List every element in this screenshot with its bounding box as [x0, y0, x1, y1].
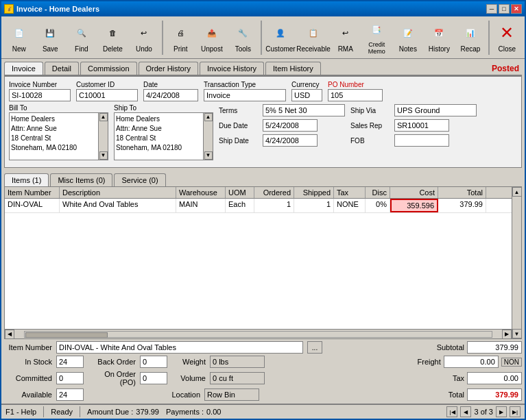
window-close-button[interactable]: ✕: [511, 4, 522, 14]
hscroll-right-arrow[interactable]: ▶: [502, 330, 512, 339]
total-summary-row: Total: [427, 388, 522, 401]
vscroll-up-arrow[interactable]: ▲: [512, 187, 522, 197]
ship-to-box[interactable]: Home DealersAttn: Anne Sue18 Central StS…: [114, 112, 213, 160]
customer-button[interactable]: 👤 Customer: [265, 18, 296, 57]
cell-warehouse: MAIN: [176, 199, 226, 212]
hscroll-track[interactable]: [24, 331, 492, 338]
po-number-input[interactable]: [328, 89, 383, 101]
inner-tab-service[interactable]: Service (0): [114, 173, 165, 186]
ship-to-scroll-down[interactable]: ▼: [204, 151, 213, 160]
bill-to-scroll-down[interactable]: ▼: [99, 151, 108, 160]
volume-label: Volume: [171, 374, 206, 382]
tab-invoice[interactable]: Invoice: [4, 62, 43, 75]
col-header-total: Total: [438, 187, 486, 198]
tax-summary-row: Tax: [427, 372, 522, 384]
notes-label: Notes: [399, 45, 417, 53]
inner-tab-misc[interactable]: Misc Items (0): [50, 173, 112, 186]
nav-prev-button[interactable]: ◀: [460, 406, 471, 417]
nav-last-button[interactable]: ▶|: [510, 406, 521, 417]
hscroll-left-arrow[interactable]: ◀: [5, 330, 14, 339]
maximize-button[interactable]: □: [499, 4, 510, 14]
receivable-button[interactable]: 📋 Receivable: [298, 18, 329, 57]
bill-to-box[interactable]: Home DealersAttn: Anne Sue18 Central StS…: [9, 112, 108, 160]
grid-panel: Item Number Description Warehouse UOM Or…: [4, 186, 522, 339]
cell-cost[interactable]: 359.596: [390, 199, 438, 212]
tab-commission[interactable]: Commission: [80, 62, 137, 75]
minimize-button[interactable]: ─: [486, 4, 497, 14]
in-stock-input[interactable]: [56, 356, 84, 368]
col-header-warehouse: Warehouse: [176, 187, 226, 198]
item-number-browse-button[interactable]: ...: [307, 341, 322, 354]
new-button[interactable]: 📄 New: [4, 18, 34, 57]
committed-input[interactable]: [56, 372, 84, 384]
payments-section: Payments : 0.00: [166, 408, 221, 416]
tab-order-history[interactable]: Order History: [139, 62, 198, 75]
save-icon: 💾: [39, 22, 61, 44]
back-order-input[interactable]: [140, 356, 167, 368]
tab-area: Invoice Detail Commission Order History …: [4, 62, 321, 75]
freight-input[interactable]: [444, 356, 499, 368]
currency-input[interactable]: [291, 89, 322, 101]
terms-row: Terms: [219, 104, 345, 116]
tax-input[interactable]: [467, 372, 522, 384]
tools-icon: 🔧: [232, 22, 254, 44]
main-window: 💰 Invoice - Home Dealers ─ □ ✕ 📄 New 💾 S…: [0, 0, 526, 420]
ship-to-scroll-up[interactable]: ▲: [204, 113, 213, 121]
unpost-button[interactable]: 📤 Unpost: [197, 18, 227, 57]
delete-button[interactable]: 🗑 Delete: [98, 18, 128, 57]
invoice-number-input[interactable]: [9, 89, 71, 101]
toolbar-sep-1: [162, 21, 163, 55]
customer-id-input[interactable]: [76, 89, 138, 101]
sales-rep-label: Sales Rep: [350, 122, 392, 129]
recap-button[interactable]: 📊 Recap: [455, 18, 486, 57]
date-input[interactable]: [143, 89, 198, 101]
nav-next-button[interactable]: ▶: [496, 406, 507, 417]
table-row[interactable]: DIN-OVAL White And Oval Tables MAIN Each…: [5, 199, 512, 213]
tools-button[interactable]: 🔧 Tools: [228, 18, 259, 57]
ship-to-scroll: ▲ ▼: [203, 113, 213, 160]
inner-tab-bar: Items (1) Misc Items (0) Service (0): [4, 171, 522, 186]
bottom-row-available: Available Location Total: [4, 388, 522, 401]
find-button[interactable]: 🔍 Find: [67, 18, 97, 57]
in-stock-label: In Stock: [4, 358, 52, 366]
creditmemo-button[interactable]: 📑 Credit Memo: [362, 18, 392, 57]
bill-to-scroll-up[interactable]: ▲: [99, 113, 108, 121]
undo-icon: ↩: [133, 22, 155, 44]
save-button[interactable]: 💾 Save: [36, 18, 66, 57]
history-button[interactable]: 📅 History: [425, 18, 455, 57]
notes-button[interactable]: 📝 Notes: [393, 18, 423, 57]
fob-input[interactable]: [394, 134, 449, 147]
bottom-row-item: Item Number ... Subtotal: [4, 341, 522, 354]
terms-label: Terms: [219, 107, 260, 114]
available-input[interactable]: [56, 388, 84, 401]
tab-invoice-history[interactable]: Invoice History: [200, 62, 264, 75]
history-icon: 📅: [428, 22, 450, 44]
nav-first-button[interactable]: |◀: [446, 406, 457, 417]
undo-button[interactable]: ↩ Undo: [129, 18, 159, 57]
sales-rep-input[interactable]: [394, 119, 449, 132]
ship-via-input[interactable]: [394, 104, 477, 116]
subtotal-input[interactable]: [467, 341, 522, 354]
bill-to-text: Home DealersAttn: Anne Sue18 Central StS…: [11, 114, 97, 153]
terms-input[interactable]: [263, 104, 345, 116]
due-date-row: Due Date: [219, 119, 345, 132]
vscroll-down-arrow[interactable]: ▼: [512, 329, 522, 338]
inner-tab-items[interactable]: Items (1): [4, 173, 49, 186]
item-number-field[interactable]: [56, 341, 303, 354]
rma-button[interactable]: ↩ RMA: [331, 18, 361, 57]
statusbar: F1 - Help Ready Amount Due : 379.99 Paym…: [1, 404, 525, 419]
hscroll-thumb[interactable]: [25, 332, 108, 338]
bill-to-scroll: ▲ ▼: [98, 113, 108, 160]
transaction-type-input[interactable]: [204, 89, 286, 101]
tab-item-history[interactable]: Item History: [265, 62, 321, 75]
tab-detail[interactable]: Detail: [45, 62, 79, 75]
print-button[interactable]: 🖨 Print: [166, 18, 196, 57]
due-date-input[interactable]: [263, 119, 318, 132]
on-order-input[interactable]: [140, 372, 167, 384]
undo-label: Undo: [136, 45, 152, 53]
ship-date-input[interactable]: [263, 134, 318, 147]
total-input[interactable]: [467, 388, 522, 401]
toolbar: 📄 New 💾 Save 🔍 Find 🗑 Delete ↩ Undo 🖨 Pr…: [1, 16, 525, 59]
close-button[interactable]: ✕ Close: [492, 18, 523, 57]
date-label: Date: [143, 81, 198, 88]
